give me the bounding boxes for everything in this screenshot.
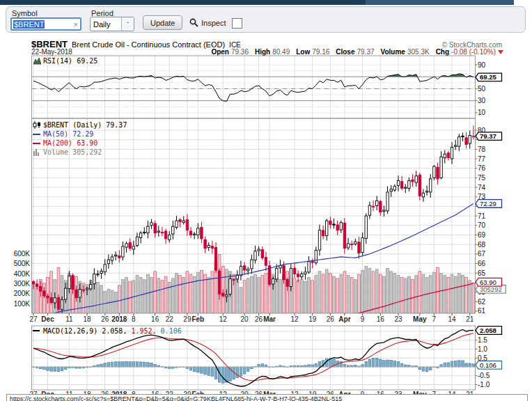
- macd-hist-text: 0.106: [157, 327, 182, 335]
- svg-text:21: 21: [466, 315, 474, 323]
- svg-text:500K: 500K: [14, 260, 31, 267]
- rsi-legend: RSI(14) 69.25: [33, 57, 97, 65]
- ma200-line-icon: [33, 139, 41, 147]
- svg-text:74: 74: [478, 184, 486, 191]
- svg-text:63.90: 63.90: [480, 278, 496, 286]
- svg-text:12: 12: [219, 315, 228, 323]
- rsi-indicator-icon: [33, 58, 41, 65]
- svg-text:26: 26: [101, 315, 109, 323]
- clear-icon[interactable]: ×: [74, 20, 78, 29]
- svg-text:0.106: 0.106: [480, 361, 496, 369]
- svg-text:65: 65: [478, 269, 486, 277]
- svg-text:16: 16: [377, 315, 385, 323]
- svg-text:9: 9: [361, 315, 365, 323]
- update-button[interactable]: Update: [143, 15, 182, 30]
- svg-text:61: 61: [478, 307, 486, 315]
- svg-text:-0.5: -0.5: [478, 372, 490, 379]
- svg-text:72.29: 72.29: [480, 200, 496, 207]
- svg-text:76: 76: [478, 164, 486, 172]
- svg-text:May: May: [413, 315, 427, 323]
- period-select-value: Daily: [91, 20, 110, 29]
- svg-text:Apr: Apr: [338, 315, 350, 323]
- ma50-line-icon: [33, 130, 41, 138]
- svg-text:69.25: 69.25: [480, 73, 496, 81]
- svg-text:16: 16: [151, 315, 159, 323]
- svg-text:14: 14: [448, 315, 456, 323]
- ma200-legend-text: MA(200) 63.90: [43, 139, 97, 148]
- svg-text:71: 71: [478, 212, 486, 220]
- svg-text:19: 19: [308, 315, 317, 323]
- macd-line-icon: [33, 327, 41, 335]
- inspect-checkbox[interactable]: [232, 18, 242, 29]
- svg-text:90: 90: [478, 61, 486, 69]
- svg-text:79.37: 79.37: [480, 132, 496, 140]
- svg-text:66: 66: [478, 260, 486, 267]
- rsi-plot: [33, 74, 474, 102]
- symbol-input[interactable]: $BRENT ×: [10, 17, 81, 31]
- macd-legend-text: MACD(12,26,9) 2.058,: [43, 327, 127, 335]
- svg-text:7: 7: [432, 315, 437, 323]
- browser-chrome-strip-light: [366, 0, 514, 5]
- chevron-down-icon: ˇ: [121, 17, 134, 31]
- svg-text:69: 69: [478, 231, 486, 239]
- svg-text:67: 67: [478, 250, 486, 258]
- svg-text:20: 20: [241, 315, 249, 323]
- price-legend: $BRENT (Daily) 79.37 MA(50) 72.29 MA(200…: [33, 120, 127, 157]
- page: Symbol $BRENT × Period Daily ˇ Update In…: [0, 0, 532, 401]
- symbol-input-value: $BRENT: [13, 20, 45, 29]
- svg-text:18: 18: [83, 315, 91, 323]
- svg-text:-1.0: -1.0: [478, 381, 490, 388]
- svg-text:62: 62: [478, 298, 486, 306]
- status-bar: https://c.stockcharts.com/c-sc/sc?s=$BRE…: [6, 394, 528, 401]
- rsi-legend-text: RSI(14) 69.25: [43, 57, 97, 65]
- volume-bars-icon: [33, 148, 41, 156]
- svg-text:2.058: 2.058: [480, 327, 496, 334]
- svg-text:30: 30: [478, 97, 486, 104]
- svg-text:Dec: Dec: [41, 315, 54, 323]
- macd-signal-text: 1.952,: [127, 327, 156, 335]
- svg-text:77: 77: [478, 155, 486, 163]
- svg-text:11: 11: [65, 315, 73, 323]
- svg-text:23: 23: [394, 315, 402, 323]
- svg-text:1.5: 1.5: [478, 336, 487, 344]
- svg-text:27: 27: [29, 315, 38, 323]
- svg-text:300K: 300K: [14, 280, 31, 288]
- svg-text:50: 50: [478, 85, 486, 93]
- toolbar: Symbol $BRENT × Period Daily ˇ Update In…: [6, 6, 526, 33]
- svg-text:26: 26: [327, 315, 335, 323]
- inspect-label: Inspect: [201, 19, 226, 27]
- svg-text:26: 26: [255, 315, 263, 323]
- period-select[interactable]: Daily ˇ: [90, 17, 134, 31]
- chart-canvas: 6162636566676869707173747576777880600K50…: [0, 54, 532, 394]
- macd-legend: MACD(12,26,9) 2.058, 1.952, 0.106: [33, 327, 182, 335]
- svg-text:8: 8: [132, 315, 136, 323]
- candlestick-icon: [33, 121, 41, 129]
- svg-text:600K: 600K: [14, 250, 31, 258]
- svg-text:200K: 200K: [14, 290, 31, 297]
- svg-text:70: 70: [478, 221, 486, 229]
- svg-text:100K: 100K: [14, 300, 31, 308]
- price-legend-text: $BRENT (Daily) 79.37: [43, 120, 127, 129]
- svg-text:400K: 400K: [14, 270, 31, 278]
- svg-text:78: 78: [478, 146, 486, 153]
- svg-text:Mar: Mar: [263, 315, 276, 323]
- svg-text:68: 68: [478, 241, 486, 249]
- svg-text:29: 29: [183, 315, 191, 323]
- svg-text:Feb: Feb: [191, 315, 204, 323]
- volume-legend-text: Volume 305,292: [43, 148, 102, 157]
- svg-text:12: 12: [290, 315, 299, 323]
- ma50-legend-text: MA(50) 72.29: [43, 129, 93, 139]
- symbol-label: Symbol: [12, 9, 38, 17]
- svg-text:1.0: 1.0: [478, 345, 487, 353]
- svg-text:10: 10: [478, 109, 486, 116]
- status-url-text: https://c.stockcharts.com/c-sc/sc?s=$BRE…: [10, 395, 342, 401]
- search-icon: [189, 18, 198, 27]
- svg-text:2018: 2018: [111, 315, 127, 323]
- svg-text:22: 22: [166, 315, 174, 323]
- svg-text:75: 75: [478, 174, 486, 182]
